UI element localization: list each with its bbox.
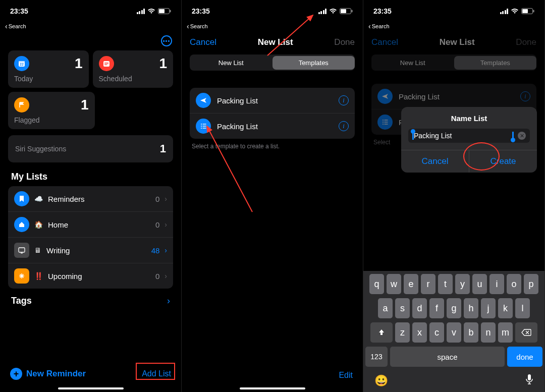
new-reminder-button[interactable]: + New Reminder <box>10 368 86 380</box>
back-search[interactable]: ‹ Search <box>182 22 363 33</box>
svg-rect-25 <box>533 10 534 13</box>
clear-input-icon[interactable]: ✕ <box>518 132 526 140</box>
key-r[interactable]: r <box>421 274 435 294</box>
key-s[interactable]: s <box>395 298 410 318</box>
space-key[interactable]: space <box>390 347 505 367</box>
chevron-left-icon: ‹ <box>5 22 8 30</box>
list-icon <box>196 119 211 134</box>
list-name: Reminders <box>48 195 150 203</box>
key-d[interactable]: d <box>412 298 427 318</box>
card-scheduled[interactable]: 1 Scheduled <box>93 50 174 88</box>
key-c[interactable]: c <box>429 322 444 343</box>
card-flagged[interactable]: 1 Flagged <box>8 92 95 129</box>
list-emoji: ☁️ <box>34 195 43 203</box>
segment-templates[interactable]: Templates <box>454 56 537 70</box>
popup-create-button[interactable]: Create <box>469 150 537 173</box>
cancel-button[interactable]: Cancel <box>371 37 398 47</box>
list-item[interactable]: ☁️ Reminders 0 › <box>8 186 173 212</box>
list-name: Upcoming <box>48 272 150 281</box>
modal-title: New List <box>440 37 475 47</box>
key-h[interactable]: h <box>464 298 478 318</box>
key-e[interactable]: e <box>404 274 418 294</box>
status-bar: 23:35 <box>363 0 544 22</box>
key-a[interactable]: a <box>378 298 393 318</box>
list-item[interactable]: 🏠 Home 0 › <box>8 212 173 238</box>
selection-handle-right[interactable] <box>512 132 514 140</box>
key-z[interactable]: z <box>395 322 410 343</box>
segmented-control[interactable]: New List Templates <box>190 54 355 71</box>
screenshot-templates: 23:35 ‹ Search Cancel New List Done New … <box>182 0 363 392</box>
templates-group: Packing List i Packing List i <box>190 88 355 139</box>
key-g[interactable]: g <box>447 298 461 318</box>
template-name: Packing List <box>399 92 514 101</box>
key-j[interactable]: j <box>481 298 496 318</box>
back-search[interactable]: ‹ Search <box>363 22 544 33</box>
chevron-right-icon: › <box>165 246 167 254</box>
svg-rect-32 <box>528 374 531 380</box>
tags-row[interactable]: Tags › <box>0 289 181 313</box>
selection-handle-left[interactable] <box>412 132 414 140</box>
svg-rect-24 <box>522 9 528 13</box>
key-n[interactable]: n <box>481 322 496 343</box>
segment-templates[interactable]: Templates <box>272 56 355 70</box>
siri-suggestions[interactable]: Siri Suggestions 1 <box>8 135 173 162</box>
done-key[interactable]: done <box>507 347 542 367</box>
key-b[interactable]: b <box>464 322 478 343</box>
list-item[interactable]: 🖥 Writing 48 › <box>8 238 173 263</box>
name-list-input[interactable] <box>414 132 512 140</box>
key-o[interactable]: o <box>507 274 521 294</box>
info-icon[interactable]: i <box>339 121 349 131</box>
key-i[interactable]: i <box>489 274 504 294</box>
key-x[interactable]: x <box>412 322 427 343</box>
key-m[interactable]: m <box>498 322 513 343</box>
key-v[interactable]: v <box>447 322 461 343</box>
svg-rect-20 <box>203 128 206 128</box>
key-l[interactable]: l <box>515 298 530 318</box>
new-reminder-label: New Reminder <box>26 369 86 379</box>
cellular-icon <box>318 9 327 14</box>
key-k[interactable]: k <box>498 298 513 318</box>
key-u[interactable]: u <box>472 274 487 294</box>
plus-icon: + <box>10 368 22 380</box>
template-item[interactable]: Packing List i <box>190 114 355 139</box>
key-f[interactable]: f <box>429 298 444 318</box>
list-count: 48 <box>151 246 160 255</box>
card-today[interactable]: 22 1 Today <box>8 50 89 88</box>
segment-new-list[interactable]: New List <box>190 56 272 70</box>
shift-key[interactable] <box>370 322 393 343</box>
list-emoji: 🖥 <box>34 246 41 254</box>
numbers-key[interactable]: 123 <box>365 347 388 367</box>
key-w[interactable]: w <box>387 274 401 294</box>
info-icon[interactable]: i <box>339 95 349 105</box>
add-list-button[interactable]: Add List <box>142 369 171 378</box>
svg-text:22: 22 <box>20 63 24 66</box>
dictation-key[interactable] <box>525 374 533 388</box>
bookmark-icon <box>14 191 29 206</box>
segmented-control[interactable]: New List Templates <box>371 54 536 71</box>
cancel-button[interactable]: Cancel <box>190 37 216 47</box>
popup-cancel-button[interactable]: Cancel <box>401 150 469 173</box>
mylists-header: My Lists <box>0 162 181 186</box>
today-label: Today <box>14 75 83 83</box>
template-item[interactable]: Packing List i <box>371 84 536 109</box>
emoji-key[interactable]: 😀 <box>374 374 388 387</box>
segment-new-list[interactable]: New List <box>371 56 454 70</box>
list-item[interactable]: ‼️ Upcoming 0 › <box>8 263 173 289</box>
key-t[interactable]: t <box>438 274 453 294</box>
name-list-input-wrap[interactable]: ✕ <box>408 129 530 143</box>
home-indicator[interactable] <box>58 387 124 389</box>
key-q[interactable]: q <box>369 274 384 294</box>
chevron-left-icon: ‹ <box>368 22 371 30</box>
keyboard[interactable]: qwertyuiop asdfghjkl zxcvbnm 123 space d… <box>363 271 544 392</box>
home-indicator[interactable] <box>240 387 305 389</box>
status-indicators <box>137 8 172 14</box>
key-y[interactable]: y <box>455 274 470 294</box>
template-item[interactable]: Packing List i <box>190 88 355 114</box>
backspace-key[interactable] <box>515 322 537 343</box>
key-p[interactable]: p <box>524 274 538 294</box>
back-search[interactable]: ‹ Search <box>0 22 181 33</box>
info-icon[interactable]: i <box>520 91 530 101</box>
edit-button[interactable]: Edit <box>329 362 363 392</box>
template-name: Packing List <box>217 122 333 131</box>
more-button[interactable]: ••• <box>161 35 172 46</box>
